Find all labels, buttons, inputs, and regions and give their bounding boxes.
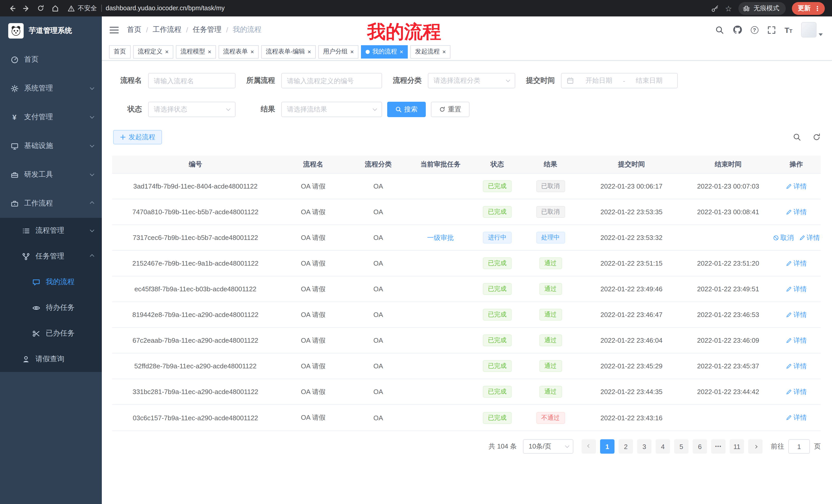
page-button-5[interactable]: 5 [674,439,688,454]
page-button-11[interactable]: 11 [730,439,744,454]
hamburger-icon[interactable] [109,26,119,34]
close-tab-icon[interactable]: × [308,49,311,55]
close-tab-icon[interactable]: × [251,49,254,55]
help-icon[interactable]: ? [751,26,758,34]
date-range-picker[interactable]: 开始日期 - 结束日期 [561,73,678,88]
table-row: 52ffd28e-7b9a-11ec-a290-acde48001122 OA … [112,354,821,379]
category-select[interactable]: 请选择流程分类 [428,73,515,88]
detail-link[interactable]: 详情 [786,361,807,371]
sidebar-item-leave-query[interactable]: 请假查询 [0,346,102,372]
table-row: 3ad174fb-7b9d-11ec-8404-acde48001122 OA … [112,174,821,199]
fullscreen-icon[interactable] [767,25,776,34]
close-tab-icon[interactable]: × [399,49,403,55]
prev-page-button[interactable] [581,439,596,454]
tab-my-process[interactable]: 我的流程× [361,45,408,58]
submit-time-label: 提交时间 [526,76,555,85]
avatar[interactable] [801,22,816,37]
key-icon[interactable] [711,4,719,12]
page-button-1[interactable]: 1 [600,439,615,454]
page-size-select[interactable]: 10条/页 [523,439,573,454]
sidebar-item-todo-tasks[interactable]: 待办任务 [0,295,102,320]
detail-link[interactable]: 详情 [786,207,807,217]
tab-process-form-edit[interactable]: 流程表单-编辑× [261,45,316,58]
search-icon[interactable] [715,25,724,34]
name-label: 流程名 [113,76,142,85]
detail-link[interactable]: 详情 [786,259,807,268]
tab-user-group[interactable]: 用户分组× [318,45,358,58]
current-task-link[interactable]: 一级审批 [427,233,454,242]
forward-icon[interactable] [20,2,33,15]
name-input[interactable] [154,77,230,85]
sidebar-item-my-process[interactable]: 我的流程 [0,269,102,295]
reset-button[interactable]: 重置 [431,102,469,117]
result-badge: 已取消 [536,180,565,192]
toggle-search-icon[interactable] [793,133,801,141]
page-button-4[interactable]: 4 [656,439,670,454]
chevron-up-icon [90,254,94,259]
sidebar-item-task-mgmt[interactable]: 任务管理 [0,244,102,269]
result-badge: 通过 [539,283,562,295]
more-pages-button[interactable]: ••• [711,439,726,454]
detail-link[interactable]: 详情 [786,181,807,191]
sidebar-item-workflow[interactable]: 工作流程 [0,189,102,218]
status-select[interactable]: 请选择状态 [148,102,235,117]
update-button[interactable]: 更新 ⋮ [791,2,825,15]
goto-page-input[interactable] [788,439,810,454]
status-badge: 已完成 [483,412,512,424]
warning-icon [68,5,75,11]
page-button-6[interactable]: 6 [693,439,707,454]
app-logo[interactable]: 芋道管理系统 [0,17,102,45]
detail-link[interactable]: 详情 [799,233,820,242]
goto-label: 前往 [771,442,784,451]
tab-process-form[interactable]: 流程表单× [218,45,259,58]
browser-menu-icon[interactable]: ⋮ [814,4,821,12]
sidebar-item-devtools[interactable]: 研发工具 [0,160,102,189]
close-tab-icon[interactable]: × [165,49,169,55]
sidebar-item-infra[interactable]: 基础设施 [0,132,102,160]
breadcrumb-home[interactable]: 首页 [127,25,141,34]
bookmark-star-icon[interactable]: ☆ [725,4,732,12]
page-button-3[interactable]: 3 [637,439,651,454]
status-badge: 已完成 [483,283,512,295]
process-input[interactable] [287,77,376,85]
detail-link[interactable]: 详情 [786,284,807,293]
home-nav-icon[interactable] [48,2,62,15]
font-size-icon[interactable]: TT [784,25,792,34]
refresh-icon[interactable] [812,133,821,141]
result-badge: 通过 [539,334,562,346]
user-menu[interactable] [801,22,823,37]
close-tab-icon[interactable]: × [442,49,446,55]
filter-row-1: 流程名 所属流程 流程分类 请选择流程分类 提交时间 开始日期 - [113,73,822,88]
breadcrumb-workflow[interactable]: 工作流程 [153,25,182,34]
sidebar-item-home[interactable]: 首页 [0,45,102,74]
sidebar-item-process-mgmt[interactable]: 流程管理 [0,218,102,244]
close-tab-icon[interactable]: × [208,49,211,55]
detail-link[interactable]: 详情 [786,413,807,422]
tab-process-model[interactable]: 流程模型× [176,45,216,58]
github-icon[interactable] [732,25,742,34]
browser-chrome: 不安全 dashboard.yudao.iocoder.cn/bpm/task/… [0,0,832,17]
tab-home[interactable]: 首页 [109,45,131,58]
address-bar[interactable]: 不安全 dashboard.yudao.iocoder.cn/bpm/task/… [68,4,710,12]
detail-link[interactable]: 详情 [786,310,807,319]
reload-icon[interactable] [34,2,47,15]
result-select[interactable]: 请选择流结果 [281,102,382,117]
url-text[interactable]: dashboard.yudao.iocoder.cn/bpm/task/my [106,5,225,12]
tab-start-process[interactable]: 发起流程× [410,45,450,58]
sidebar-item-payment[interactable]: ¥ 支付管理 [0,103,102,132]
search-button[interactable]: 搜索 [387,102,426,117]
tab-process-definition[interactable]: 流程定义× [133,45,173,58]
incognito-badge[interactable]: 无痕模式 [738,2,785,15]
sidebar-item-system[interactable]: 系统管理 [0,74,102,103]
cancel-link[interactable]: 取消 [773,233,794,242]
security-indicator[interactable]: 不安全 [68,4,97,12]
sidebar-item-done-tasks[interactable]: 已办任务 [0,320,102,346]
breadcrumb-task-mgmt[interactable]: 任务管理 [193,25,222,34]
page-button-2[interactable]: 2 [619,439,633,454]
back-icon[interactable] [5,2,19,15]
detail-link[interactable]: 详情 [786,336,807,345]
next-page-button[interactable] [748,439,762,454]
detail-link[interactable]: 详情 [786,387,807,396]
close-tab-icon[interactable]: × [350,49,354,55]
create-process-button[interactable]: 发起流程 [113,130,162,144]
